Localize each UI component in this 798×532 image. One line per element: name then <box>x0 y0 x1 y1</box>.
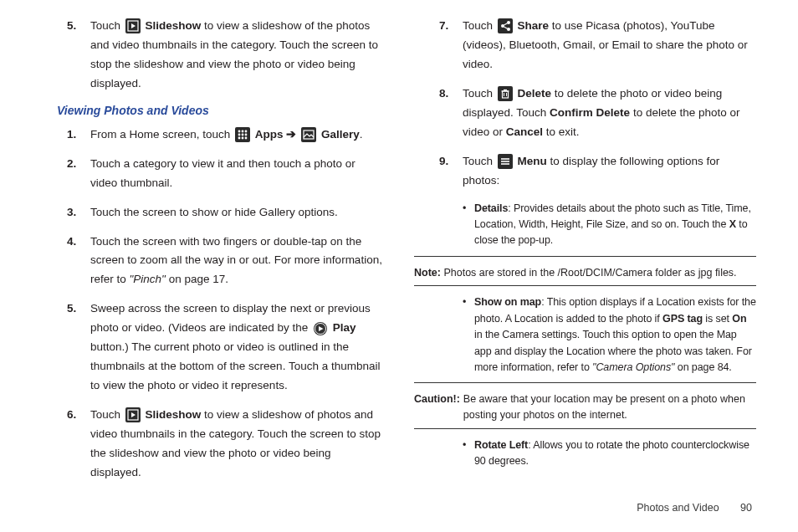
left-column: 5. Touch Slideshow to view a slideshow o… <box>33 17 399 493</box>
step-body: Touch the screen to show or hide Gallery… <box>90 203 384 223</box>
step-body: Touch Delete to delete the photo or vide… <box>463 84 756 142</box>
text: button.) The current photo or video is o… <box>90 340 380 391</box>
details-label: Details <box>474 202 508 214</box>
step-4: 4. Touch the screen with two fingers or … <box>42 233 384 290</box>
bullet-details: • Details: Provides details about the ph… <box>463 201 756 249</box>
bullet-dot: • <box>463 437 474 470</box>
svg-point-5 <box>242 130 244 133</box>
note-label: Note: <box>414 267 441 279</box>
text: is set <box>703 313 732 325</box>
on-label: On <box>732 313 746 325</box>
step-1: 1. From a Home screen, touch Apps ➔ Gall… <box>42 125 384 145</box>
svg-rect-27 <box>498 86 513 101</box>
slideshow-icon <box>125 18 141 33</box>
text: Touch <box>463 19 496 32</box>
step-number: 3. <box>67 203 90 223</box>
manual-page: 5. Touch Slideshow to view a slideshow o… <box>0 0 798 501</box>
step-8: 8. Touch Delete to delete the photo or v… <box>414 84 756 142</box>
menu-label: Menu <box>518 155 547 167</box>
text: on page 17. <box>169 273 228 285</box>
note-storage: Note: Photos are stored in the /Root/DCI… <box>414 265 756 281</box>
footer-section: Photos and Video <box>637 502 719 514</box>
text: From a Home screen, touch <box>90 128 233 141</box>
rotate-left-label: Rotate Left <box>474 439 528 451</box>
svg-point-11 <box>242 137 244 140</box>
apps-icon <box>235 127 250 142</box>
text: Touch <box>90 19 124 32</box>
slideshow-label: Slideshow <box>146 19 202 32</box>
step-body: Touch Share to use Picasa (photos), YouT… <box>463 17 756 74</box>
confirm-delete-label: Confirm Delete <box>550 106 630 119</box>
step-9: 9. Touch Menu to display the following o… <box>414 152 756 191</box>
step-number: 1. <box>67 125 90 145</box>
delete-icon <box>498 86 513 101</box>
step-body: Touch Slideshow to view a slideshow of t… <box>90 17 384 94</box>
bullet-show-on-map: • Show on map: This option displays if a… <box>463 294 756 376</box>
step-number: 9. <box>439 152 463 191</box>
play-label: Play <box>333 321 356 334</box>
caution-text: Be aware that your location may be prese… <box>460 391 756 423</box>
step-5: 5. Sweep across the screen to display th… <box>42 299 384 396</box>
text: : Provides details about the photo such … <box>474 202 751 230</box>
show-on-map-label: Show on map <box>474 296 541 308</box>
right-column: 7. Touch Share to use Picasa (photos), Y… <box>399 17 765 493</box>
step-number: 7. <box>439 17 463 74</box>
slideshow-icon <box>125 407 141 422</box>
caution-label: Caution!: <box>414 391 460 423</box>
text: Touch <box>463 155 496 167</box>
caution-location: Caution!: Be aware that your location ma… <box>414 391 756 423</box>
slideshow-label: Slideshow <box>146 408 202 421</box>
step-7: 7. Touch Share to use Picasa (photos), Y… <box>414 17 756 74</box>
period: . <box>360 128 363 141</box>
apps-label: Apps <box>255 128 284 141</box>
step-body: Touch Slideshow to view a slideshow of p… <box>90 406 384 483</box>
gallery-icon <box>301 127 316 142</box>
svg-rect-21 <box>498 18 513 33</box>
menu-icon <box>498 154 513 169</box>
step-3: 3. Touch the screen to show or hide Gall… <box>42 203 384 223</box>
cancel-label: Cancel <box>506 125 543 138</box>
text: Touch <box>463 87 496 100</box>
separator <box>414 428 756 429</box>
delete-label: Delete <box>518 87 552 100</box>
bullet-dot: • <box>463 201 474 249</box>
step-number: 8. <box>439 84 463 142</box>
gps-tag-label: GPS tag <box>662 313 703 325</box>
text: to exit. <box>546 125 580 138</box>
step-number: 5. <box>67 299 90 396</box>
svg-point-8 <box>242 134 244 136</box>
svg-point-4 <box>238 130 241 133</box>
step-5-top: 5. Touch Slideshow to view a slideshow o… <box>42 17 384 94</box>
bullet-body: Show on map: This option displays if a L… <box>474 294 756 376</box>
play-icon <box>313 321 328 336</box>
step-body: From a Home screen, touch Apps ➔ Gallery… <box>90 125 384 145</box>
share-label: Share <box>518 19 550 32</box>
bullet-rotate-left: • Rotate Left: Allows you to rotate the … <box>463 437 756 470</box>
step-number: 2. <box>67 155 90 193</box>
step-number: 6. <box>67 406 90 483</box>
step-body: Touch a category to view it and then tou… <box>90 155 384 193</box>
page-footer: Photos and Video 90 <box>637 502 752 514</box>
step-2: 2. Touch a category to view it and then … <box>42 155 384 193</box>
share-icon <box>498 18 513 33</box>
svg-point-10 <box>238 137 241 140</box>
arrow: ➔ <box>286 128 299 141</box>
note-text: Photos are stored in the /Root/DCIM/Came… <box>441 267 737 279</box>
svg-point-6 <box>245 130 248 133</box>
gallery-label: Gallery <box>321 128 360 141</box>
bullet-body: Rotate Left: Allows you to rotate the ph… <box>474 437 756 470</box>
footer-page-number: 90 <box>740 502 752 514</box>
step-number: 4. <box>67 233 90 290</box>
step-body: Touch the screen with two fingers or dou… <box>90 233 384 290</box>
step-body: Touch Menu to display the following opti… <box>463 152 756 191</box>
step-body: Sweep across the screen to display the n… <box>90 299 384 396</box>
bullet-dot: • <box>463 294 474 376</box>
svg-point-12 <box>245 137 248 140</box>
ref-camera-options: "Camera Options" <box>592 361 678 373</box>
text: Touch <box>90 408 124 421</box>
bullet-body: Details: Provides details about the phot… <box>474 201 756 249</box>
text: on page 84. <box>678 361 732 373</box>
separator <box>414 382 756 383</box>
svg-point-9 <box>245 134 248 136</box>
separator <box>414 256 756 257</box>
